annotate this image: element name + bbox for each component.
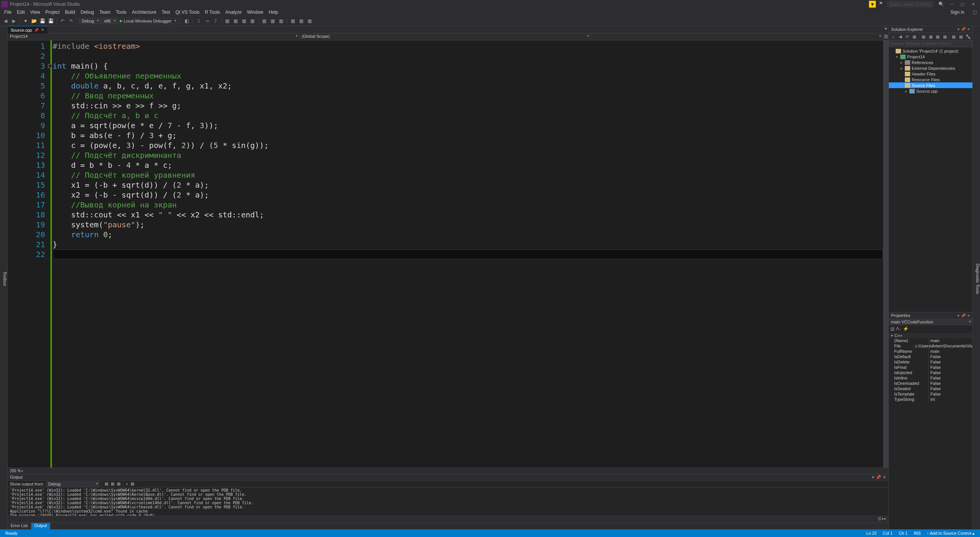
menu-build[interactable]: Build bbox=[62, 9, 78, 16]
output-tb-icon-4[interactable]: ≡ bbox=[126, 482, 128, 486]
se-tb-icon-4[interactable]: ▦ bbox=[935, 34, 941, 39]
split-icon[interactable]: ▥ bbox=[883, 34, 888, 40]
output-tb-icon-2[interactable]: ▦ bbox=[111, 481, 114, 486]
nav-project-combo[interactable]: Project14 bbox=[8, 34, 300, 40]
se-dropdown-icon[interactable]: ▾ bbox=[957, 27, 959, 31]
menu-qt[interactable]: Qt VS Tools bbox=[173, 9, 202, 16]
platform-combo[interactable]: x86 bbox=[101, 18, 117, 24]
tree-node[interactable]: Header Files bbox=[889, 71, 972, 77]
properties-grid[interactable]: (Name)mainFilec:\Users\Artem\Documents\V… bbox=[889, 338, 972, 530]
output-tb-icon-5[interactable]: ▦ bbox=[131, 481, 134, 486]
solution-tree[interactable]: Solution 'Project14' (1 project)▾Project… bbox=[889, 47, 972, 95]
property-row[interactable]: IsFinalFalse bbox=[889, 365, 972, 370]
menu-team[interactable]: Team bbox=[97, 9, 113, 16]
maximize-button[interactable]: ▢ bbox=[957, 1, 968, 8]
se-tb-icon-8[interactable]: 🔧 bbox=[965, 34, 971, 39]
props-alpha-icon[interactable]: A↓ bbox=[896, 326, 901, 332]
document-tab-source[interactable]: Source.cpp 📌 ✕ bbox=[8, 26, 47, 34]
diagnostic-tools-tab[interactable]: Diagnostic Tools bbox=[972, 26, 980, 529]
tree-node[interactable]: ▾Source Files bbox=[889, 82, 972, 88]
status-ins[interactable]: INS bbox=[911, 531, 924, 535]
toolbar-icon-h[interactable]: ▦ bbox=[289, 17, 297, 25]
redo-icon[interactable]: ↷ bbox=[67, 17, 75, 25]
property-row[interactable]: IsSealedFalse bbox=[889, 386, 972, 392]
toolbar-icon-e[interactable]: ▦ bbox=[261, 17, 268, 25]
tree-node[interactable]: Solution 'Project14' (1 project) bbox=[889, 48, 972, 54]
code-editor[interactable]: 12345678910111213141516171819202122 #inc… bbox=[8, 40, 888, 468]
menu-test[interactable]: Test bbox=[159, 9, 173, 16]
tab-output[interactable]: Output bbox=[31, 523, 50, 529]
nav-member-combo[interactable] bbox=[591, 34, 883, 40]
output-dropdown-icon[interactable]: ▾ bbox=[872, 475, 874, 480]
output-tb-icon-1[interactable]: ▦ bbox=[105, 481, 108, 486]
feedback-flag-icon[interactable]: ⚑ bbox=[877, 1, 884, 8]
property-row[interactable]: IsDefaultFalse bbox=[889, 354, 972, 360]
tree-node[interactable]: ▾Project14 bbox=[889, 54, 972, 59]
toolbar-icon-b[interactable]: ▦ bbox=[232, 17, 240, 25]
props-categorized-icon[interactable]: ▤ bbox=[890, 326, 895, 332]
se-home-icon[interactable]: ⌂ bbox=[890, 34, 896, 39]
nav-back-icon[interactable]: ◀ bbox=[2, 17, 9, 25]
props-dropdown-icon[interactable]: ▾ bbox=[957, 314, 959, 318]
property-row[interactable]: IsInjectedFalse bbox=[889, 370, 972, 376]
tree-node[interactable]: Resource Files bbox=[889, 77, 972, 82]
menu-architecture[interactable]: Architecture bbox=[129, 9, 159, 16]
se-sync-icon[interactable]: ⟳ bbox=[904, 34, 910, 39]
tab-close-icon[interactable]: ✕ bbox=[41, 27, 44, 32]
toolbar-icon-d[interactable]: ▦ bbox=[249, 17, 256, 25]
status-source-control[interactable]: ↑ Add to Source Control ▴ bbox=[924, 531, 978, 536]
save-icon[interactable]: 💾 bbox=[39, 17, 46, 25]
step-into-icon[interactable]: ⤵ bbox=[195, 17, 203, 25]
output-source-combo[interactable]: Debug bbox=[46, 481, 100, 487]
output-text[interactable]: 'Project14.exe' (Win32): Loaded 'C:\Wind… bbox=[8, 487, 888, 516]
properties-object-combo[interactable]: main VCCodeFunction bbox=[889, 319, 972, 325]
se-tb-icon-2[interactable]: ▦ bbox=[921, 34, 927, 39]
props-events-icon[interactable]: ⚡ bbox=[903, 326, 909, 332]
step-out-icon[interactable]: ⤴ bbox=[212, 17, 219, 25]
menu-view[interactable]: View bbox=[27, 9, 43, 16]
se-close-icon[interactable]: ✕ bbox=[967, 27, 970, 31]
props-close-icon[interactable]: ✕ bbox=[967, 314, 970, 318]
close-button[interactable]: ✕ bbox=[968, 1, 978, 8]
toolbar-icon-c[interactable]: ▦ bbox=[240, 17, 248, 25]
se-pin-icon[interactable]: 📌 bbox=[961, 27, 965, 31]
save-all-icon[interactable]: 💾 bbox=[47, 17, 55, 25]
menu-analyze[interactable]: Analyze bbox=[223, 9, 245, 16]
code-content[interactable]: #include <iostream>-int main() { // Объя… bbox=[53, 40, 883, 468]
undo-icon[interactable]: ↶ bbox=[59, 17, 66, 25]
property-row[interactable]: Filec:\Users\Artem\Documents\Vis bbox=[889, 344, 972, 349]
toolbox-tab[interactable]: Toolbox bbox=[0, 26, 8, 529]
toolbar-icon-1[interactable]: ◧ bbox=[183, 17, 191, 25]
menu-window[interactable]: Window bbox=[244, 9, 266, 16]
property-row[interactable]: TypeStringint bbox=[889, 397, 972, 402]
output-pin-icon[interactable]: 📌 bbox=[876, 475, 881, 480]
tree-node[interactable]: ▸References bbox=[889, 59, 972, 65]
solution-search-input[interactable]: Search Solution Explorer (Ctrl+;) bbox=[889, 40, 972, 47]
tabwell-dropdown-icon[interactable]: ▾ bbox=[883, 26, 888, 34]
open-file-icon[interactable]: 📂 bbox=[30, 17, 38, 25]
toolbar-icon-j[interactable]: ▦ bbox=[306, 17, 314, 25]
properties-category[interactable]: ▾ C++ bbox=[889, 333, 972, 338]
quick-launch-input[interactable]: Quick Launch (Ctrl+Q) bbox=[887, 1, 933, 7]
menu-rtools[interactable]: R Tools bbox=[202, 9, 223, 16]
search-icon[interactable]: 🔍 bbox=[936, 2, 946, 7]
toolbar-icon-f[interactable]: ▦ bbox=[269, 17, 277, 25]
props-pin-icon[interactable]: 📌 bbox=[961, 314, 965, 318]
nav-fwd-icon[interactable]: ▶ bbox=[10, 17, 18, 25]
se-tb-icon-3[interactable]: ▦ bbox=[928, 34, 933, 39]
start-debug-button[interactable]: ▶ Local Windows Debugger bbox=[118, 18, 179, 24]
se-tb-icon-1[interactable]: ▦ bbox=[912, 34, 917, 39]
zoom-dropdown-icon[interactable]: ▾ bbox=[21, 469, 23, 473]
output-close-icon[interactable]: ✕ bbox=[883, 475, 886, 480]
config-combo[interactable]: Debug bbox=[79, 18, 100, 24]
toolbar-icon-g[interactable]: ▦ bbox=[277, 17, 285, 25]
output-tb-icon-3[interactable]: ▦ bbox=[117, 481, 121, 486]
minimize-button[interactable]: ─ bbox=[946, 1, 957, 7]
menu-debug[interactable]: Debug bbox=[78, 9, 97, 16]
se-tb-icon-5[interactable]: ▦ bbox=[942, 34, 948, 39]
menu-edit[interactable]: Edit bbox=[14, 9, 27, 16]
property-row[interactable]: IsDeleteFalse bbox=[889, 360, 972, 365]
tab-error-list[interactable]: Error List bbox=[8, 523, 31, 529]
new-project-icon[interactable]: ✦ bbox=[22, 17, 29, 25]
toolbar-icon-i[interactable]: ▦ bbox=[298, 17, 305, 25]
